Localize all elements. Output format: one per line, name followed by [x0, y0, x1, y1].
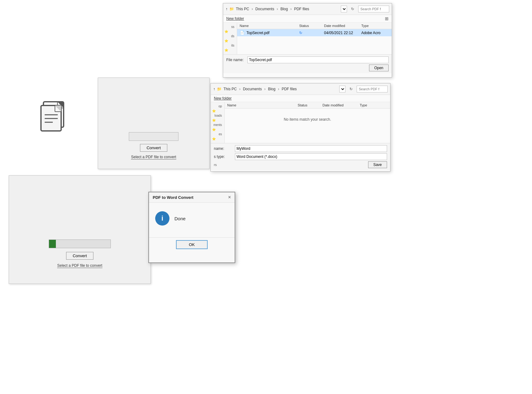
new-folder-button-save[interactable]: New folder: [214, 96, 232, 101]
progress-bar-fill: [49, 240, 56, 248]
view-toggle-icon[interactable]: ⊞: [385, 16, 389, 21]
select-label-1: Select a PDF file to convert: [131, 155, 176, 159]
dialog-save-toolbar: ↑ 📁 This PC › Documents › Blog › PDF fil…: [211, 83, 390, 95]
file-row-topsecret[interactable]: 📄 TopSecret.pdf ↻ 04/05/2021 22:12 Adobe…: [237, 29, 392, 36]
file-sidebar-save: op ⭐ loads ⭐ ments ⭐ es ⭐: [211, 102, 225, 143]
app-window-2: Convert Select a PDF file to convert: [9, 175, 151, 284]
new-folder-bar-save: New folder: [211, 95, 390, 102]
done-dialog: PDF to Word Convert × i Done OK: [148, 192, 235, 263]
app-window-1: Convert Select a PDF file to convert: [98, 78, 210, 169]
sync-status-icon: ↻: [299, 31, 324, 35]
breadcrumb-blog[interactable]: Blog: [280, 7, 288, 11]
file-main-area: Name Status Date modified Type 📄 TopSecr…: [237, 23, 392, 54]
path-dropdown-save[interactable]: [339, 86, 345, 92]
file-list-area-save: op ⭐ loads ⭐ ments ⭐ es ⭐ Name Status Da…: [211, 102, 390, 143]
done-dialog-title: PDF to Word Convert: [153, 195, 193, 200]
file-name-topsecret: TopSecret.pdf: [246, 31, 269, 35]
sidebar-loads: loads: [212, 114, 223, 117]
filename-label-open: File name:: [226, 58, 245, 62]
up-arrow-icon: ↑: [213, 87, 215, 91]
sidebar-label-ds: ds: [224, 34, 236, 38]
select-label-2: Select a PDF file to convert: [57, 263, 102, 268]
pdf-to-word-icon: [34, 96, 74, 137]
open-button[interactable]: Open: [369, 65, 389, 71]
folder-icon-save: 📁: [217, 87, 222, 91]
breadcrumb-pdffiles[interactable]: PDF files: [294, 7, 309, 11]
col-date: Date modified: [324, 24, 361, 28]
dialog-open-toolbar: ↑ 📁 This PC › Documents › Blog › PDF fil…: [223, 3, 392, 15]
done-message: Done: [174, 216, 186, 221]
done-title-bar: PDF to Word Convert ×: [149, 192, 235, 203]
breadcrumb-documents-save[interactable]: Documents: [243, 87, 262, 91]
done-footer: OK: [149, 237, 235, 252]
col-status-save: Status: [298, 103, 322, 107]
done-body: i Done: [149, 203, 235, 234]
no-items-text: No items match your search.: [284, 117, 331, 122]
col-name: Name: [240, 24, 299, 28]
filename-label-save: name:: [214, 146, 232, 151]
new-folder-button[interactable]: New folder: [226, 16, 244, 21]
ok-button[interactable]: OK: [176, 240, 208, 249]
file-save-dialog: ↑ 📁 This PC › Documents › Blog › PDF fil…: [210, 83, 390, 172]
done-close-button[interactable]: ×: [228, 195, 231, 200]
file-open-dialog: ↑ 📁 This PC › Documents › Blog › PDF fil…: [223, 3, 392, 78]
folder-icon: 📁: [229, 7, 234, 11]
col-name-save: Name: [227, 103, 298, 107]
filetype-input-save[interactable]: [235, 153, 387, 160]
path-dropdown[interactable]: [341, 6, 347, 12]
open-dialog-footer: File name: Open: [223, 54, 392, 73]
progress-area: Convert Select a PDF file to convert: [9, 176, 151, 284]
doc-icon-area: [34, 96, 74, 137]
col-type-save: Type: [360, 103, 388, 107]
file-input-display: [129, 132, 178, 141]
file-col-header-save: Name Status Date modified Type: [225, 102, 390, 109]
breadcrumb-documents[interactable]: Documents: [255, 7, 274, 11]
new-folder-bar: New folder ⊞: [223, 15, 392, 23]
progress-bar-container: [49, 240, 111, 248]
file-sidebar: ss ⭐ ds ⭐ its ⭐: [223, 23, 237, 54]
refresh-button[interactable]: ↻: [349, 5, 356, 13]
convert-button-1[interactable]: Convert: [140, 144, 167, 152]
filename-input-open[interactable]: [247, 56, 389, 63]
col-status: Status: [299, 24, 324, 28]
breadcrumb-arrow: ↑: [226, 7, 228, 11]
filetype-label-save: s type:: [214, 154, 232, 159]
sidebar-label-its: its: [224, 44, 236, 47]
info-icon-circle: i: [155, 211, 169, 226]
filename-input-save[interactable]: [235, 145, 387, 152]
sidebar-ments: ments: [212, 123, 223, 127]
file-main-area-save: Name Status Date modified Type No items …: [225, 102, 390, 143]
info-icon-letter: i: [161, 214, 163, 222]
sidebar-label-ss: ss: [224, 25, 236, 29]
convert-button-2[interactable]: Convert: [66, 252, 93, 260]
file-date: 04/05/2021 22:12: [324, 31, 361, 35]
sidebar-op: op: [212, 105, 223, 108]
col-type: Type: [361, 24, 389, 28]
search-input-save[interactable]: [357, 86, 388, 92]
search-input-open[interactable]: [358, 6, 389, 12]
file-col-header: Name Status Date modified Type: [237, 23, 392, 29]
save-dialog-footer: name: s type: rs Save: [211, 143, 390, 170]
breadcrumb-blog-save[interactable]: Blog: [268, 87, 275, 91]
pdf-file-icon: 📄: [240, 30, 245, 35]
save-footer-label: rs: [214, 163, 217, 167]
file-list-area: ss ⭐ ds ⭐ its ⭐ Name Status Date modifie…: [223, 23, 392, 54]
save-button[interactable]: Save: [368, 161, 387, 168]
file-type: Adobe Acro: [361, 31, 389, 35]
refresh-button-save[interactable]: ↻: [347, 85, 355, 93]
breadcrumb-thispc-save[interactable]: This PC: [223, 87, 237, 91]
breadcrumb-thispc[interactable]: This PC: [236, 7, 249, 11]
breadcrumb-pdffiles-save[interactable]: PDF files: [282, 87, 297, 91]
sidebar-es: es: [212, 132, 223, 136]
col-date-save: Date modified: [322, 103, 360, 107]
